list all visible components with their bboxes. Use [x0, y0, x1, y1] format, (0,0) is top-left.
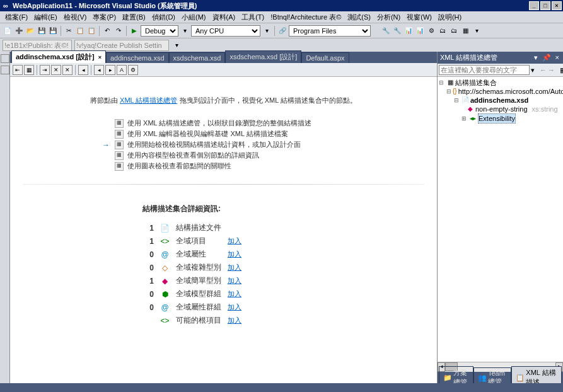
menu-team[interactable]: 小組(M) [179, 12, 209, 23]
nav-back-icon[interactable]: ◂ [78, 65, 88, 75]
add-link[interactable]: 加入 [228, 250, 241, 258]
tree-file[interactable]: ⊟📄addinschema.xsd [439, 96, 562, 105]
clear-all-icon[interactable]: ✕ [62, 65, 73, 75]
add-link[interactable]: 加入 [228, 303, 241, 311]
clear-icon[interactable]: ✕ [51, 65, 61, 75]
add-link[interactable]: 加入 [228, 263, 241, 271]
close-icon[interactable]: × [98, 54, 102, 61]
maximize-button[interactable]: □ [540, 1, 550, 10]
rail-toolbox-icon[interactable] [1, 54, 9, 63]
option-row: →▦使用開始檢視檢視關結構描述統計資料，或加入設計介面 [98, 139, 424, 150]
tab-default-aspx[interactable]: Default.aspx [301, 52, 349, 63]
tab-xsdschema[interactable]: xsdschema.xsd [169, 52, 226, 63]
play-icon[interactable]: ▶ [129, 26, 139, 36]
attach-icon[interactable]: 🔗 [277, 26, 287, 36]
add-link[interactable]: 加入 [228, 277, 241, 284]
designer-content: 將節點由 XML 結構描述總管 拖曳到設計介面中，視覺化 XML 結構描述集合中… [10, 77, 437, 383]
nav-left-icon[interactable]: ◂ [94, 65, 104, 75]
menu-analyze[interactable]: 分析(N) [374, 12, 403, 23]
new-project-icon[interactable]: 📄 [3, 26, 13, 36]
nav-fwd-icon[interactable]: → [548, 66, 555, 74]
menu-debug[interactable]: 偵錯(D) [149, 12, 178, 23]
view-content-icon[interactable]: ▦ [24, 65, 34, 75]
explorer-link[interactable]: XML 結構描述總管 [120, 96, 177, 104]
menu-tools[interactable]: 工具(T) [239, 12, 267, 23]
ext-icon[interactable]: 🗂 [449, 26, 459, 36]
menu-architecture[interactable]: !Btnql!Architecture 表© [268, 12, 344, 23]
view-graph-icon[interactable]: ⇥ [40, 65, 50, 75]
menu-view[interactable]: 檢視(V) [61, 12, 90, 23]
dropdown-icon[interactable]: ▾ [180, 26, 190, 36]
search-dropdown-icon[interactable]: ▾ [531, 66, 535, 74]
open-icon[interactable]: 📂 [25, 26, 35, 36]
save-all-icon[interactable]: 💾 [48, 26, 58, 36]
ext-icon[interactable]: 📊 [403, 26, 414, 36]
add-link[interactable]: 加入 [228, 316, 241, 324]
detail-row: 0⬢全域模型群組加入 [144, 288, 244, 300]
close-icon[interactable]: × [555, 54, 560, 61]
ext-icon[interactable]: ▦ [460, 26, 470, 36]
menu-build[interactable]: 建置(B) [120, 12, 148, 23]
paste-icon[interactable]: 📋 [86, 26, 96, 36]
tab-addinschema[interactable]: addinschema.xsd [106, 52, 169, 63]
expand-icon[interactable]: ⊞ [461, 114, 468, 123]
search-input[interactable] [439, 65, 530, 75]
tree-namespace[interactable]: ⊟{}http://schemas.microsoft.com/Automati… [439, 87, 562, 96]
nav-right-icon[interactable]: ▸ [105, 65, 115, 75]
menu-help[interactable]: 說明(H) [436, 12, 464, 23]
dropdown-icon[interactable]: ▾ [262, 26, 272, 36]
dropdown-icon[interactable]: ▾ [534, 54, 539, 61]
collapse-icon[interactable]: ⊟ [454, 96, 460, 105]
option-label: 使用 XML 編輯器檢視與編輯基礎 XML 結構描述檔案 [127, 129, 288, 139]
minimize-button[interactable]: _ [529, 1, 539, 10]
panel-controls: ▾ 📌 × [534, 54, 560, 62]
close-button[interactable]: × [552, 1, 562, 10]
ext-icon[interactable]: 📊 [415, 26, 425, 36]
ext-icon[interactable]: 🗂 [438, 26, 448, 36]
find-combo[interactable]: Program Files [289, 25, 371, 37]
ext-icon[interactable]: 🔧 [381, 26, 391, 36]
publish-combo-1[interactable]: !e1B1x!Publish: 表©! [3, 40, 72, 51]
ext-icon[interactable]: ⚙ [426, 26, 436, 36]
publish-combo-2[interactable]: !v!yaq!Create Publish Settin [74, 40, 169, 51]
clear-icon[interactable]: ▦ [560, 66, 563, 74]
add-link[interactable]: 加入 [228, 237, 241, 245]
tree-simple-type[interactable]: ◆non-empty-string xs:string [439, 105, 562, 113]
cut-icon[interactable]: ✂ [64, 26, 74, 36]
menu-test[interactable]: 測試(S) [345, 12, 373, 23]
schema-set-icon: ▦ [446, 78, 454, 87]
settings-icon[interactable]: ⚙ [128, 65, 138, 75]
save-icon[interactable]: 💾 [37, 26, 47, 36]
add-link[interactable]: 加入 [228, 290, 241, 297]
nav-back-icon[interactable]: ← [540, 66, 547, 74]
ext-icon[interactable]: ▾ [472, 26, 482, 36]
menu-window[interactable]: 視窗(W) [404, 12, 434, 23]
tab-addinschema-design[interactable]: addinschema.xsd [設計]× [11, 50, 106, 63]
tree-root[interactable]: ⊟▦結構描述集合 [439, 78, 562, 87]
config-combo[interactable]: Debug [141, 25, 178, 37]
font-icon[interactable]: A [117, 65, 127, 75]
ext-icon[interactable]: 🔧 [392, 26, 402, 36]
menu-edit[interactable]: 編輯(E) [32, 12, 60, 23]
menu-data[interactable]: 資料(A) [210, 12, 238, 23]
tree-element[interactable]: ⊞◂▸Extensibility [439, 113, 562, 124]
add-item-icon[interactable]: ➕ [14, 26, 24, 36]
search-bar: ▾ ← → ▦ ▾ [438, 64, 563, 77]
publish-ext-icon[interactable]: ▾ [171, 40, 182, 50]
file-icon: 📄 [461, 96, 469, 105]
detail-row: 1◆全域簡單型別加入 [144, 275, 244, 287]
designer-toolbar: ⇤ ▦ ⇥ ✕ ✕ ◂ ◂ ▸ A ⚙ [10, 63, 437, 77]
pin-icon[interactable]: 📌 [542, 54, 552, 61]
undo-icon[interactable]: ↶ [102, 26, 112, 36]
redo-icon[interactable]: ↷ [113, 26, 124, 36]
platform-combo[interactable]: Any CPU [191, 25, 260, 37]
view-start-icon[interactable]: ⇤ [13, 65, 23, 75]
item-label: 全域複雜型別 [173, 262, 224, 274]
copy-icon[interactable]: 📋 [75, 26, 85, 36]
menu-project[interactable]: 專案(P) [90, 12, 119, 23]
menu-file[interactable]: 檔案(F) [3, 12, 30, 23]
tab-xsdschema-design[interactable]: xsdschema.xsd [設計] [225, 50, 301, 63]
collapse-icon[interactable]: ⊟ [439, 78, 445, 87]
collapse-icon[interactable]: ⊟ [446, 87, 451, 96]
rail-server-icon[interactable] [1, 66, 9, 74]
